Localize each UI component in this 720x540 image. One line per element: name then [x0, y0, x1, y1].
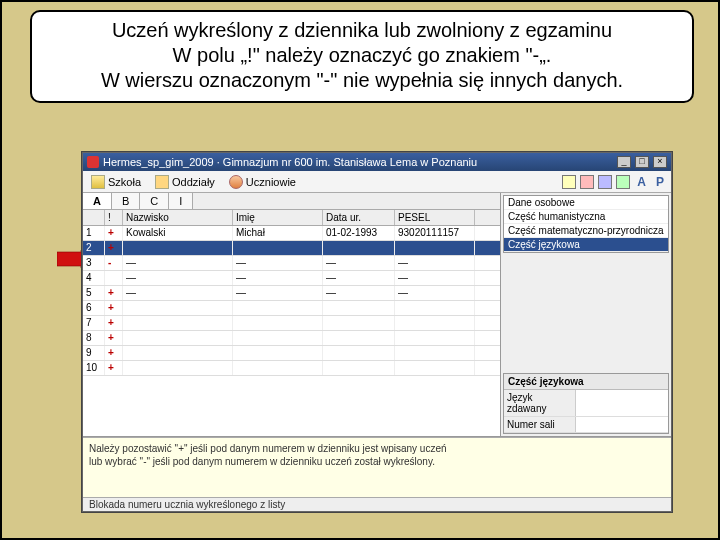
toolbar-classes[interactable]: Oddziały [151, 174, 219, 190]
cell-n: 1 [83, 226, 105, 240]
table-row[interactable]: 10+ [83, 361, 500, 376]
cell-name: Michał [233, 226, 323, 240]
table-row[interactable]: 8+ [83, 331, 500, 346]
users-icon [229, 175, 243, 189]
cell-exclamation: + [105, 226, 123, 240]
cell-exclamation: + [105, 361, 123, 375]
tool-icon-2[interactable] [580, 175, 594, 189]
cell-surname: — [123, 256, 233, 270]
minimize-button[interactable]: _ [617, 156, 631, 168]
cell-surname [123, 241, 233, 255]
table-row[interactable]: 4———— [83, 271, 500, 286]
tool-icon-1[interactable] [562, 175, 576, 189]
note-line-3: W wierszu oznaczonym "-" nie wypełnia si… [44, 68, 680, 93]
cell-surname [123, 331, 233, 345]
status-text: Blokada numeru ucznia wykreślonego z lis… [89, 499, 285, 510]
app-window: Hermes_sp_gim_2009 · Gimnazjum nr 600 im… [82, 152, 672, 512]
table-row[interactable]: 2+ [83, 241, 500, 256]
cell-name: — [233, 286, 323, 300]
maximize-button[interactable]: □ [635, 156, 649, 168]
cell-surname [123, 316, 233, 330]
window-title: Hermes_sp_gim_2009 · Gimnazjum nr 600 im… [103, 156, 477, 168]
section-list-item[interactable]: Dane osobowe [504, 196, 668, 210]
grid-body: 1+KowalskiMichał01-02-1993930201111572+3… [83, 226, 500, 376]
cell-surname [123, 346, 233, 360]
cell-dob [323, 346, 395, 360]
cell-exclamation: + [105, 346, 123, 360]
cell-name: — [233, 256, 323, 270]
tab-c[interactable]: C [140, 193, 169, 209]
cell-exclamation: + [105, 241, 123, 255]
grid-header: ! Nazwisko Imię Data ur. PESEL [83, 210, 500, 226]
hdr-surname: Nazwisko [123, 210, 233, 225]
table-row[interactable]: 5+———— [83, 286, 500, 301]
toolbar-letter-a[interactable]: A [634, 175, 649, 189]
section-form: Język zdawanyNumer sali [504, 390, 668, 433]
tab-b[interactable]: B [112, 193, 140, 209]
form-value[interactable] [576, 390, 668, 416]
table-row[interactable]: 6+ [83, 301, 500, 316]
cell-name [233, 331, 323, 345]
cell-exclamation: + [105, 331, 123, 345]
cell-pesel: — [395, 256, 475, 270]
table-row[interactable]: 1+KowalskiMichał01-02-199393020111157 [83, 226, 500, 241]
info-line-1: Należy pozostawić "+" jeśli pod danym nu… [89, 442, 665, 455]
cell-pesel [395, 316, 475, 330]
app-icon [87, 156, 99, 168]
cell-pesel [395, 331, 475, 345]
tool-icon-4[interactable] [616, 175, 630, 189]
cell-dob [323, 316, 395, 330]
table-row[interactable]: 7+ [83, 316, 500, 331]
cell-name [233, 346, 323, 360]
grid-wrap: A B C I ! Nazwisko Imię Data ur. PESEL 1… [83, 193, 501, 436]
cell-exclamation: + [105, 301, 123, 315]
cell-dob: 01-02-1993 [323, 226, 395, 240]
cell-dob: — [323, 271, 395, 285]
tab-a[interactable]: A [83, 193, 112, 209]
section-list-item[interactable]: Część matematyczno-przyrodnicza [504, 224, 668, 238]
toolbar-school-label: Szkoła [108, 176, 141, 188]
section-detail-box: Część językowa Język zdawanyNumer sali [503, 373, 669, 434]
cell-dob: — [323, 256, 395, 270]
cell-n: 5 [83, 286, 105, 300]
form-row: Numer sali [504, 417, 668, 433]
hdr-num [83, 210, 105, 225]
cell-pesel [395, 241, 475, 255]
close-button[interactable]: × [653, 156, 667, 168]
cell-dob [323, 241, 395, 255]
cell-name: — [233, 271, 323, 285]
cell-surname [123, 301, 233, 315]
cell-surname: — [123, 271, 233, 285]
cell-name [233, 361, 323, 375]
cell-n: 9 [83, 346, 105, 360]
cell-pesel: — [395, 271, 475, 285]
info-line-2: lub wybrać "-" jeśli pod danym numerem w… [89, 455, 665, 468]
cell-dob: — [323, 286, 395, 300]
toolbar-letter-p[interactable]: P [653, 175, 667, 189]
grid-tabs: A B C I [83, 193, 500, 210]
instruction-note: Uczeń wykreślony z dziennika lub zwolnio… [30, 10, 694, 103]
tab-i[interactable]: I [169, 193, 193, 209]
cell-n: 10 [83, 361, 105, 375]
cell-pesel [395, 301, 475, 315]
table-row[interactable]: 3-———— [83, 256, 500, 271]
info-area: Należy pozostawić "+" jeśli pod danym nu… [83, 437, 671, 497]
tool-icon-3[interactable] [598, 175, 612, 189]
cell-n: 6 [83, 301, 105, 315]
cell-pesel: 93020111157 [395, 226, 475, 240]
section-list-item[interactable]: Część językowa [504, 238, 668, 252]
cell-n: 3 [83, 256, 105, 270]
toolbar-school[interactable]: Szkoła [87, 174, 145, 190]
section-list-item[interactable]: Część humanistyczna [504, 210, 668, 224]
status-bar: Blokada numeru ucznia wykreślonego z lis… [83, 497, 671, 511]
toolbar: Szkoła Oddziały Uczniowie A P [83, 171, 671, 193]
cell-n: 4 [83, 271, 105, 285]
cell-exclamation: + [105, 286, 123, 300]
titlebar: Hermes_sp_gim_2009 · Gimnazjum nr 600 im… [83, 153, 671, 171]
cell-name [233, 301, 323, 315]
toolbar-students[interactable]: Uczniowie [225, 174, 300, 190]
table-row[interactable]: 9+ [83, 346, 500, 361]
cell-pesel [395, 346, 475, 360]
form-value[interactable] [576, 417, 668, 432]
cell-exclamation [105, 271, 123, 285]
